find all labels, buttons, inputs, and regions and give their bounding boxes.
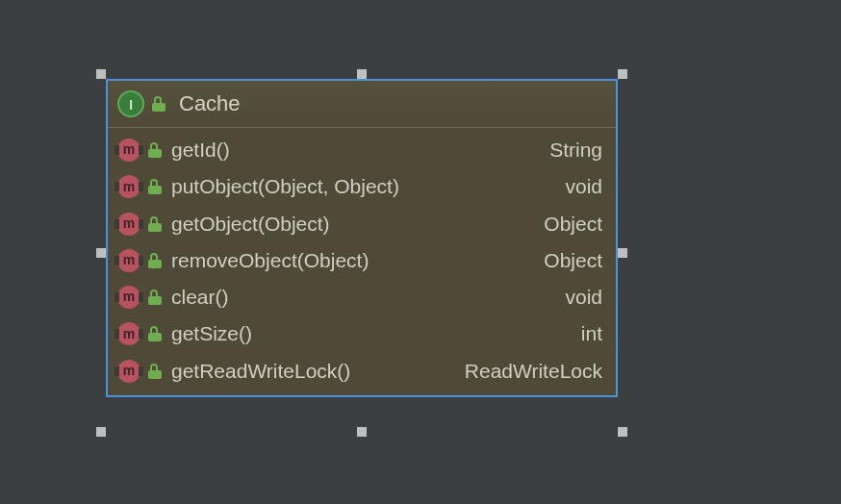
lock-icon [148, 364, 162, 379]
lock-icon [152, 96, 166, 112]
resize-handle-ne[interactable] [618, 69, 627, 79]
method-row[interactable]: mgetReadWriteLock()ReadWriteLock [108, 353, 616, 390]
resize-handle-se[interactable] [618, 427, 627, 437]
resize-handle-e[interactable] [618, 248, 627, 258]
method-signature: getObject(Object) [171, 212, 530, 237]
class-node-cache[interactable]: I Cache mgetId()StringmputObject(Object,… [106, 79, 618, 397]
method-return-type: Object [544, 248, 602, 273]
method-icon: m [117, 139, 140, 162]
method-row[interactable]: mgetId()String [108, 132, 616, 168]
method-row[interactable]: mgetObject(Object)Object [108, 206, 616, 242]
resize-handle-s[interactable] [357, 427, 367, 437]
method-row[interactable]: mputObject(Object, Object)void [108, 168, 616, 205]
method-icon: m [117, 286, 140, 309]
lock-icon [148, 290, 162, 305]
lock-icon [148, 253, 162, 268]
method-icon: m [117, 175, 140, 198]
method-signature: clear() [171, 285, 551, 310]
method-signature: getId() [171, 138, 536, 163]
resize-handle-sw[interactable] [96, 427, 106, 437]
resize-handle-n[interactable] [357, 69, 367, 79]
method-signature: removeObject(Object) [171, 248, 530, 273]
class-name: Cache [179, 91, 241, 116]
lock-icon [148, 326, 162, 341]
lock-icon [148, 142, 162, 158]
resize-handle-nw[interactable] [96, 69, 106, 79]
method-row[interactable]: mremoveObject(Object)Object [108, 242, 616, 279]
method-icon: m [117, 249, 140, 272]
method-signature: putObject(Object, Object) [171, 174, 551, 199]
method-signature: getSize() [171, 321, 568, 346]
method-return-type: String [549, 138, 602, 163]
resize-handle-w[interactable] [96, 248, 106, 258]
lock-icon [148, 179, 162, 194]
method-return-type: void [565, 285, 602, 310]
method-return-type: int [581, 321, 602, 346]
method-row[interactable]: mclear()void [108, 279, 616, 315]
method-signature: getReadWriteLock() [171, 359, 451, 384]
lock-icon [148, 216, 162, 232]
method-return-type: void [565, 174, 602, 199]
interface-icon: I [117, 90, 144, 117]
method-row[interactable]: mgetSize()int [108, 315, 616, 352]
method-return-type: Object [544, 212, 602, 237]
method-icon: m [117, 360, 140, 383]
diagram-canvas[interactable]: I Cache mgetId()StringmputObject(Object,… [0, 0, 841, 504]
method-icon: m [117, 322, 140, 345]
method-return-type: ReadWriteLock [465, 359, 602, 384]
method-list: mgetId()StringmputObject(Object, Object)… [108, 128, 616, 395]
method-icon: m [117, 213, 140, 236]
class-header: I Cache [108, 81, 616, 128]
